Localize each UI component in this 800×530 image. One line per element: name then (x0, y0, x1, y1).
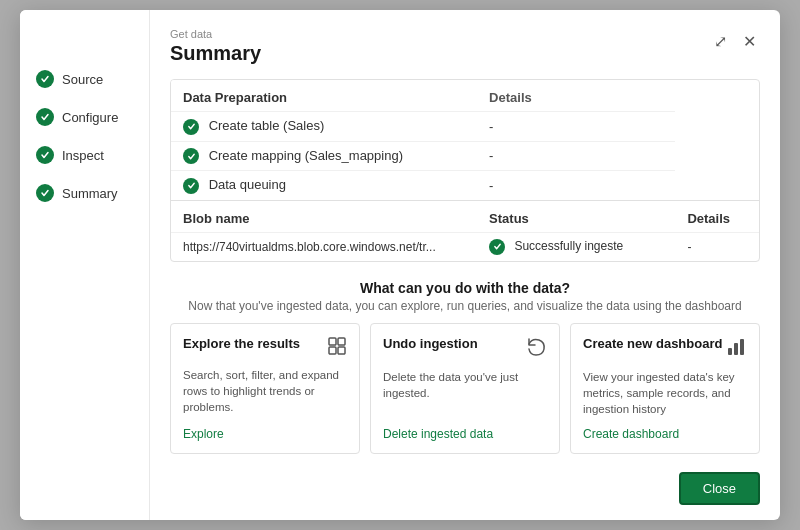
modal-header-left: Get data Summary (170, 28, 261, 65)
sidebar-item-inspect[interactable]: Inspect (20, 136, 149, 174)
main-content: Get data Summary ⤢ ✕ Data Preparation De… (150, 10, 780, 520)
dashboard-card-desc: View your ingested data's key metrics, s… (583, 369, 747, 417)
sidebar-item-configure-label: Configure (62, 110, 118, 125)
modal-overlay: Source Configure Inspect Summary (0, 0, 800, 530)
dashboard-card-header: Create new dashboard (583, 336, 747, 363)
get-data-label: Get data (170, 28, 261, 40)
dashboard-card-title: Create new dashboard (583, 336, 722, 351)
modal-header: Get data Summary ⤢ ✕ (150, 10, 780, 65)
modal-header-actions: ⤢ ✕ (710, 30, 760, 53)
sidebar-item-summary-label: Summary (62, 186, 118, 201)
configure-check-icon (36, 108, 54, 126)
close-button[interactable]: Close (679, 472, 760, 505)
blob-header-row: Blob name Status Details (171, 200, 759, 232)
what-title: What can you do with the data? (170, 280, 760, 296)
svg-rect-1 (338, 338, 345, 345)
what-section: What can you do with the data? Now that … (150, 272, 780, 464)
sidebar-item-inspect-label: Inspect (62, 148, 104, 163)
row3-check-icon (183, 178, 199, 194)
row1-label: Create table (Sales) (171, 112, 477, 142)
row1-details: - (477, 112, 675, 142)
table-row: Create mapping (Sales_mapping) - (171, 141, 759, 171)
row2-check-icon (183, 148, 199, 164)
modal-footer: Close (150, 464, 780, 519)
blob-status: Successfully ingeste (477, 232, 675, 261)
col2-header: Details (477, 80, 675, 112)
sidebar-item-source[interactable]: Source (20, 60, 149, 98)
table-row: Data queuing - (171, 171, 759, 201)
blob-col2-header: Status (477, 200, 675, 232)
inspect-check-icon (36, 146, 54, 164)
data-table-area: Data Preparation Details Create table (S… (170, 79, 760, 262)
blob-details: - (675, 232, 759, 261)
svg-rect-3 (338, 347, 345, 354)
sidebar-item-summary[interactable]: Summary (20, 174, 149, 212)
svg-rect-5 (734, 343, 738, 355)
summary-check-icon (36, 184, 54, 202)
blob-name: https://740virtualdms.blob.core.windows.… (171, 232, 477, 261)
delete-link[interactable]: Delete ingested data (383, 427, 547, 441)
dashboard-card-icon (725, 336, 747, 363)
col1-header: Data Preparation (171, 80, 477, 112)
blob-col1-header: Blob name (171, 200, 477, 232)
explore-card-title: Explore the results (183, 336, 300, 351)
sidebar-item-source-label: Source (62, 72, 103, 87)
modal: Source Configure Inspect Summary (20, 10, 780, 520)
table-scroll[interactable]: Data Preparation Details Create table (S… (171, 80, 759, 261)
create-dashboard-link[interactable]: Create dashboard (583, 427, 747, 441)
undo-card-header: Undo ingestion (383, 336, 547, 363)
cards-row: Explore the results Search, sort, f (170, 323, 760, 454)
dashboard-card: Create new dashboard View your ingested … (570, 323, 760, 454)
row3-details: - (477, 171, 675, 201)
blob-data-row: https://740virtualdms.blob.core.windows.… (171, 232, 759, 261)
undo-card: Undo ingestion Delete the data you've ju… (370, 323, 560, 454)
source-check-icon (36, 70, 54, 88)
undo-card-title: Undo ingestion (383, 336, 478, 351)
svg-rect-2 (329, 347, 336, 354)
row1-check-icon (183, 119, 199, 135)
table-row: Create table (Sales) - (171, 112, 759, 142)
sidebar: Source Configure Inspect Summary (20, 10, 150, 520)
undo-card-icon (525, 336, 547, 363)
modal-title: Summary (170, 42, 261, 65)
explore-card-icon (327, 336, 347, 361)
svg-rect-6 (740, 339, 744, 355)
summary-table: Data Preparation Details Create table (S… (171, 80, 759, 261)
row2-label: Create mapping (Sales_mapping) (171, 141, 477, 171)
undo-card-desc: Delete the data you've just ingested. (383, 369, 547, 417)
what-subtitle: Now that you've ingested data, you can e… (170, 299, 760, 313)
explore-card: Explore the results Search, sort, f (170, 323, 360, 454)
explore-link[interactable]: Explore (183, 427, 347, 441)
svg-rect-4 (728, 348, 732, 355)
table-header-row: Data Preparation Details (171, 80, 759, 112)
row2-details: - (477, 141, 675, 171)
row3-label: Data queuing (171, 171, 477, 201)
close-x-button[interactable]: ✕ (739, 30, 760, 53)
explore-card-header: Explore the results (183, 336, 347, 361)
explore-card-desc: Search, sort, filter, and expand rows to… (183, 367, 347, 417)
svg-rect-0 (329, 338, 336, 345)
blob-col3-header: Details (675, 200, 759, 232)
blob-check-icon (489, 239, 505, 255)
expand-button[interactable]: ⤢ (710, 30, 731, 53)
sidebar-item-configure[interactable]: Configure (20, 98, 149, 136)
